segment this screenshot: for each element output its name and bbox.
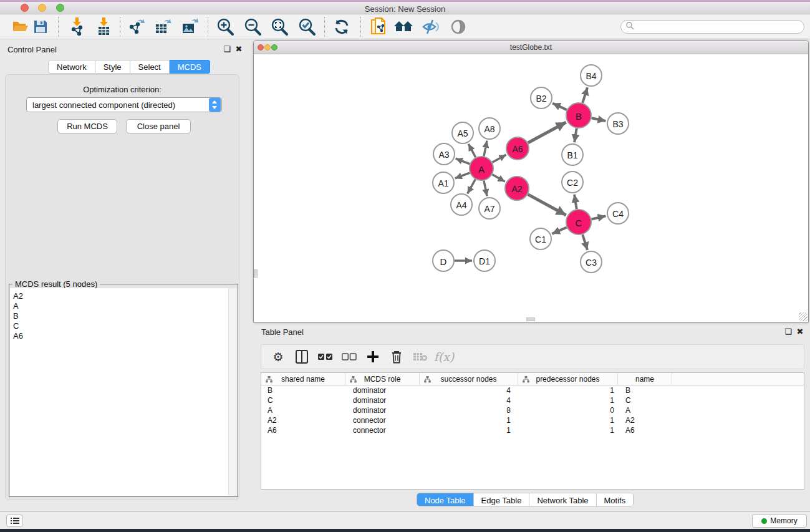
- result-list-item[interactable]: C: [13, 321, 228, 331]
- hide-panel-eye-slash-icon[interactable]: [420, 17, 441, 36]
- open-folder-icon[interactable]: [10, 17, 31, 36]
- graph-edge-A6-B[interactable]: [528, 122, 566, 143]
- graph-edge-A-A3[interactable]: [456, 158, 470, 164]
- search-box[interactable]: [620, 20, 804, 34]
- refresh-layout-icon[interactable]: [331, 17, 352, 36]
- table-cell[interactable]: A2: [618, 415, 672, 425]
- add-row-plus-icon[interactable]: [361, 347, 385, 366]
- table-cell[interactable]: A2: [261, 415, 345, 425]
- columns-icon[interactable]: [290, 347, 314, 366]
- dropdown-stepper-icon[interactable]: [209, 98, 221, 112]
- table-cell[interactable]: dominator: [345, 395, 420, 405]
- criterion-dropdown[interactable]: largest connected component (directed): [26, 97, 222, 112]
- graph-edge-C-C4[interactable]: [591, 216, 605, 219]
- reset-view-home-icon[interactable]: [393, 17, 414, 36]
- run-mcds-button[interactable]: Run MCDS: [57, 119, 117, 133]
- table-cell[interactable]: 1: [420, 415, 518, 425]
- result-list-item[interactable]: A6: [13, 331, 228, 341]
- column-header-predecessor-nodes[interactable]: predecessor nodes: [518, 373, 618, 385]
- zoom-fit-icon[interactable]: [269, 17, 290, 36]
- table-cell[interactable]: 8: [420, 405, 518, 415]
- graph-edge-A-A7[interactable]: [484, 181, 487, 196]
- graph-edge-C-C1[interactable]: [552, 227, 567, 233]
- tab-edge-table[interactable]: Edge Table: [473, 493, 529, 506]
- table-cell[interactable]: A: [261, 405, 345, 415]
- zoom-selected-icon[interactable]: [296, 17, 317, 36]
- table-cell[interactable]: 1: [420, 425, 518, 435]
- graph-edge-A-A5[interactable]: [468, 144, 475, 158]
- result-list-item[interactable]: A2: [13, 291, 228, 301]
- table-cell[interactable]: A6: [618, 425, 672, 435]
- tab-network-table[interactable]: Network Table: [529, 493, 595, 506]
- tab-mcds[interactable]: MCDS: [170, 60, 210, 74]
- show-eye-icon[interactable]: [448, 17, 469, 36]
- canvas-vertical-scroll-thumb[interactable]: [254, 269, 258, 278]
- tab-motifs[interactable]: Motifs: [596, 493, 634, 506]
- graph-edge-A2-C[interactable]: [528, 195, 566, 215]
- tab-node-table[interactable]: Node Table: [417, 493, 473, 506]
- graph-edge-A-A6[interactable]: [493, 155, 506, 162]
- column-header-successor-nodes[interactable]: successor nodes: [420, 373, 518, 385]
- delete-row-trash-icon[interactable]: [385, 347, 408, 366]
- export-network-icon[interactable]: [126, 17, 147, 36]
- table-cell[interactable]: 1: [518, 415, 618, 425]
- table-row[interactable]: Adominator80A: [261, 405, 804, 415]
- deselect-checkboxes-icon[interactable]: [337, 347, 361, 366]
- canvas-horizontal-scroll-thumb[interactable]: [526, 317, 535, 321]
- save-session-icon[interactable]: [30, 17, 51, 36]
- table-float-panel-icon[interactable]: ❏: [783, 327, 793, 336]
- table-cell[interactable]: 1: [518, 395, 618, 405]
- graph-edge-B-B2[interactable]: [552, 103, 567, 110]
- export-image-icon[interactable]: [179, 17, 200, 36]
- zoom-out-icon[interactable]: [242, 17, 263, 36]
- function-builder-icon[interactable]: f(x): [432, 347, 456, 366]
- float-panel-icon[interactable]: ❏: [222, 44, 232, 54]
- table-row[interactable]: A2connector11A2: [261, 415, 804, 425]
- memory-button[interactable]: Memory: [752, 514, 807, 528]
- table-cell[interactable]: 1: [518, 425, 618, 435]
- tab-select[interactable]: Select: [130, 60, 170, 74]
- import-network-icon[interactable]: [66, 17, 87, 36]
- close-panel-icon[interactable]: ✖: [234, 44, 244, 54]
- table-row[interactable]: Bdominator41B: [261, 385, 804, 395]
- zoom-in-icon[interactable]: [215, 17, 236, 36]
- table-cell[interactable]: C: [261, 395, 345, 405]
- select-all-checkboxes-icon[interactable]: [314, 347, 337, 366]
- task-history-button[interactable]: [6, 515, 23, 527]
- table-cell[interactable]: B: [261, 385, 345, 395]
- graph-edge-A-A4[interactable]: [468, 180, 476, 194]
- tab-style[interactable]: Style: [95, 60, 130, 74]
- settings-gear-icon[interactable]: ⚙: [266, 347, 290, 366]
- table-cell[interactable]: 4: [420, 385, 518, 395]
- delete-table-icon[interactable]: [408, 347, 432, 366]
- tab-network[interactable]: Network: [48, 60, 95, 74]
- table-cell[interactable]: 0: [518, 405, 618, 415]
- graph-edge-B-B4[interactable]: [582, 87, 587, 103]
- table-cell[interactable]: C: [618, 395, 672, 405]
- search-input[interactable]: [634, 21, 804, 32]
- column-header-name[interactable]: name: [618, 373, 672, 385]
- table-cell[interactable]: connector: [345, 425, 420, 435]
- network-canvas[interactable]: AA1A2A3A4A5A6A7A8BB1B2B3B4CC1C2C3C4DD1: [254, 54, 808, 322]
- table-cell[interactable]: A: [618, 405, 672, 415]
- graph-edge-A-A1[interactable]: [455, 173, 470, 178]
- result-list-item[interactable]: B: [13, 311, 228, 321]
- graph-edge-A-A2[interactable]: [492, 175, 504, 181]
- table-cell[interactable]: dominator: [345, 405, 420, 415]
- graph-edge-C-C3[interactable]: [582, 235, 587, 250]
- table-cell[interactable]: A6: [261, 425, 345, 435]
- column-header-shared-name[interactable]: shared name: [261, 373, 345, 385]
- table-cell[interactable]: 4: [420, 395, 518, 405]
- table-close-panel-icon[interactable]: ✖: [795, 327, 805, 336]
- graph-edge-B-B3[interactable]: [592, 118, 606, 121]
- column-header-mcds-role[interactable]: MCDS role: [345, 373, 420, 385]
- clone-network-icon[interactable]: [368, 17, 389, 36]
- close-panel-button[interactable]: Close panel: [126, 119, 191, 133]
- import-table-icon[interactable]: [93, 17, 114, 36]
- table-row[interactable]: A6connector11A6: [261, 425, 804, 435]
- graph-edge-B-B1[interactable]: [574, 128, 577, 143]
- table-cell[interactable]: dominator: [345, 385, 420, 395]
- mcds-result-list[interactable]: A2ABCA6: [10, 288, 228, 496]
- table-row[interactable]: Cdominator41C: [261, 395, 804, 405]
- network-graph[interactable]: AA1A2A3A4A5A6A7A8BB1B2B3B4CC1C2C3C4DD1: [254, 54, 808, 322]
